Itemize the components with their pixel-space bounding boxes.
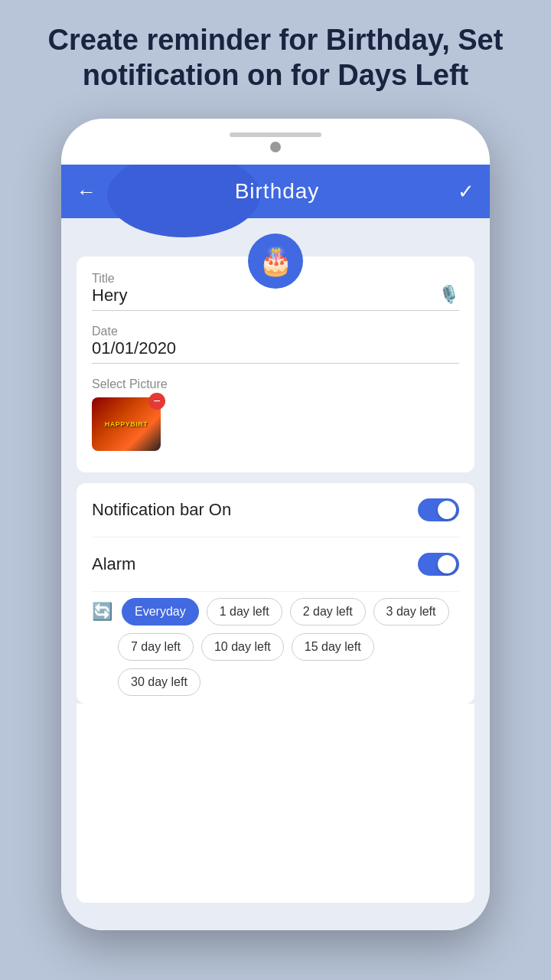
app-header: ← Birthday ✓ <box>61 165 490 218</box>
phone-camera <box>270 142 281 152</box>
form-area: Title Hery 🎙️ Date 01/01/2020 Select Pic… <box>77 256 474 472</box>
picture-field: Select Picture HAPPYBIRT − <box>92 377 459 451</box>
page-title: Create reminder for Birthday, Set notifi… <box>0 0 551 108</box>
chip-everyday[interactable]: Everyday <box>122 598 199 626</box>
alarm-label: Alarm <box>92 554 135 574</box>
settings-area: Notification bar On Alarm 🔄 Everyday 1 d… <box>77 483 474 704</box>
bottom-area <box>77 704 474 903</box>
chips-row-1: 🔄 Everyday 1 day left 2 day left 3 day l… <box>92 598 459 626</box>
date-field: Date 01/01/2020 <box>92 325 459 364</box>
chip-15day[interactable]: 15 day left <box>292 633 374 661</box>
cake-icon: 🎂 <box>259 245 293 277</box>
chips-row-2: 7 day left 10 day left 15 day left 30 da… <box>92 633 459 704</box>
notification-row: Notification bar On <box>92 483 459 537</box>
alarm-row: Alarm <box>92 537 459 592</box>
notification-toggle[interactable] <box>418 498 459 521</box>
date-label: Date <box>92 325 118 338</box>
title-value[interactable]: Hery <box>92 286 459 311</box>
date-value[interactable]: 01/01/2020 <box>92 338 459 364</box>
picture-label: Select Picture <box>92 377 459 391</box>
header-title: Birthday <box>235 179 320 204</box>
notification-label: Notification bar On <box>92 500 231 520</box>
refresh-icon[interactable]: 🔄 <box>92 602 112 622</box>
title-label: Title <box>92 272 115 285</box>
phone-frame: ← Birthday ✓ 🎂 Title Hery 🎙️ Date 01/01/… <box>61 119 490 930</box>
alarm-toggle[interactable] <box>418 553 459 576</box>
chip-3day[interactable]: 3 day left <box>373 598 449 626</box>
chip-30day[interactable]: 30 day left <box>118 668 201 696</box>
picture-remove-button[interactable]: − <box>148 393 165 410</box>
back-button[interactable]: ← <box>77 180 96 204</box>
cake-icon-container: 🎂 <box>248 234 303 289</box>
phone-top-bar <box>230 132 321 137</box>
confirm-button[interactable]: ✓ <box>458 180 474 204</box>
chip-7day[interactable]: 7 day left <box>118 633 194 661</box>
phone-screen: ← Birthday ✓ 🎂 Title Hery 🎙️ Date 01/01/… <box>61 165 490 930</box>
chip-1day[interactable]: 1 day left <box>207 598 282 626</box>
chip-2day[interactable]: 2 day left <box>290 598 366 626</box>
picture-thumb-text: HAPPYBIRT <box>105 420 148 428</box>
chip-10day[interactable]: 10 day left <box>201 633 284 661</box>
mic-icon[interactable]: 🎙️ <box>439 285 459 305</box>
